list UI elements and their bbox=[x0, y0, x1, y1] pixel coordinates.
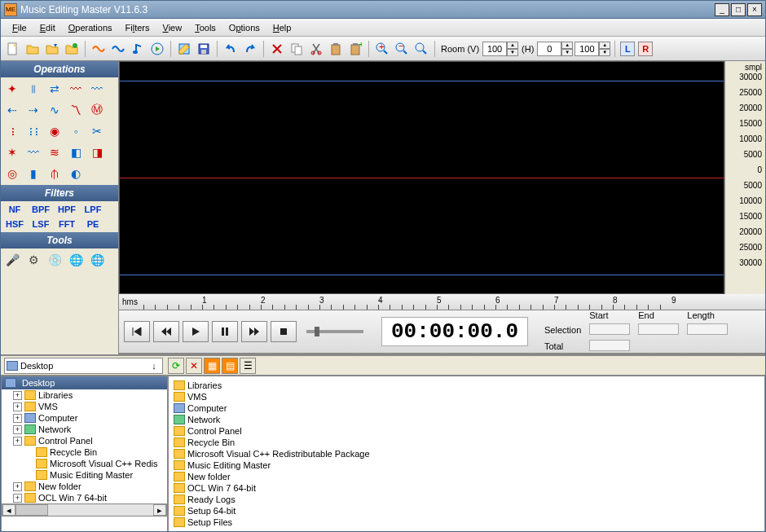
menu-options[interactable]: Options bbox=[222, 21, 266, 34]
op-icon-11[interactable]: ⫶ bbox=[4, 123, 20, 139]
filter-fft[interactable]: FFT bbox=[56, 219, 77, 229]
expand-icon[interactable]: + bbox=[13, 437, 22, 446]
tree-item[interactable]: +Control Panel bbox=[13, 435, 167, 446]
copy-button[interactable] bbox=[288, 40, 306, 58]
menu-view[interactable]: View bbox=[156, 21, 189, 34]
zoom-out-button[interactable]: − bbox=[393, 40, 411, 58]
filter-lsf[interactable]: LSF bbox=[30, 219, 51, 229]
op-icon-8[interactable]: ∿ bbox=[46, 102, 63, 118]
delete-file-button[interactable]: ✕ bbox=[186, 358, 202, 374]
room-v-input[interactable] bbox=[482, 42, 507, 56]
play-circle-button[interactable] bbox=[148, 40, 166, 58]
tree-item[interactable]: +New folder bbox=[13, 481, 167, 492]
view-small-button[interactable]: ▤ bbox=[222, 358, 238, 374]
wave-orange-button[interactable] bbox=[90, 40, 108, 58]
op-icon-18[interactable]: ≋ bbox=[46, 144, 63, 160]
open-recent-button[interactable] bbox=[43, 40, 61, 58]
op-icon-19[interactable]: ◧ bbox=[68, 144, 84, 160]
h1-up[interactable]: ▲ bbox=[561, 42, 573, 49]
tree-item[interactable]: +Libraries bbox=[13, 389, 167, 401]
file-item[interactable]: Libraries bbox=[172, 380, 384, 391]
globe2-icon[interactable]: 🌐 bbox=[89, 252, 105, 268]
h-spinner-1[interactable]: ▲▼ bbox=[537, 42, 573, 56]
op-icon-12[interactable]: ⫶⫶ bbox=[25, 123, 42, 139]
op-icon-20[interactable]: ◨ bbox=[89, 144, 105, 160]
new-button[interactable] bbox=[4, 40, 22, 58]
forward-button[interactable] bbox=[241, 321, 267, 342]
tree-item[interactable]: Microsoft Visual C++ Redis bbox=[13, 458, 167, 469]
file-item[interactable]: OCL Win 7 64-bit bbox=[172, 482, 384, 494]
file-item[interactable]: VMS bbox=[172, 391, 384, 402]
wave-plot[interactable] bbox=[119, 61, 724, 294]
expand-icon[interactable]: + bbox=[13, 414, 22, 423]
mic-icon[interactable]: 🎤 bbox=[4, 252, 20, 268]
filter-pe[interactable]: PE bbox=[82, 219, 103, 229]
zoom-fit-button[interactable] bbox=[412, 40, 430, 58]
expand-icon[interactable]: + bbox=[13, 425, 22, 434]
op-icon-9[interactable]: 〽 bbox=[68, 102, 84, 118]
file-item[interactable]: Microsoft Visual C++ Redistributable Pac… bbox=[172, 448, 384, 459]
tree-item[interactable]: Recycle Bin bbox=[13, 446, 167, 458]
op-icon-21[interactable]: ◎ bbox=[4, 165, 20, 182]
view-list-button[interactable]: ☰ bbox=[240, 358, 256, 374]
expand-icon[interactable]: + bbox=[13, 402, 22, 411]
edit-button[interactable] bbox=[175, 40, 193, 58]
h-spinner-2[interactable]: ▲▼ bbox=[574, 42, 610, 56]
expand-icon[interactable]: + bbox=[13, 482, 22, 491]
open-button[interactable] bbox=[24, 40, 42, 58]
wave-canvas[interactable]: smpl 30000250002000015000100005000050001… bbox=[119, 61, 765, 294]
close-button[interactable]: × bbox=[747, 3, 762, 16]
paste-button[interactable] bbox=[327, 40, 345, 58]
scroll-right-button[interactable]: ▸ bbox=[153, 504, 166, 516]
undo-button[interactable] bbox=[222, 40, 240, 58]
file-item[interactable]: Network bbox=[172, 414, 384, 425]
export-button[interactable] bbox=[63, 40, 81, 58]
path-selector[interactable]: Desktop ↓ bbox=[4, 358, 163, 374]
filter-hsf[interactable]: HSF bbox=[4, 219, 25, 229]
file-item[interactable]: Control Panel bbox=[172, 425, 384, 437]
filter-bpf[interactable]: BPF bbox=[30, 204, 51, 214]
op-icon-17[interactable]: 〰 bbox=[25, 144, 42, 160]
h-input-1[interactable] bbox=[537, 42, 561, 56]
gear-icon[interactable]: ⚙ bbox=[25, 252, 42, 268]
room-v-down[interactable]: ▼ bbox=[507, 49, 518, 56]
tree-item[interactable]: Music Editing Master bbox=[13, 469, 167, 481]
tree-item[interactable]: +Network bbox=[13, 424, 167, 435]
op-icon-22[interactable]: ▮ bbox=[25, 165, 42, 182]
tree-root[interactable]: Desktop bbox=[2, 376, 167, 389]
redo-button[interactable] bbox=[241, 40, 259, 58]
file-item[interactable]: Recycle Bin bbox=[172, 437, 384, 448]
op-icon-23[interactable]: ⫛ bbox=[46, 165, 63, 182]
h2-up[interactable]: ▲ bbox=[599, 42, 610, 49]
op-icon-10[interactable]: Ⓜ bbox=[89, 102, 105, 118]
globe1-icon[interactable]: 🌐 bbox=[68, 252, 84, 268]
left-channel-button[interactable]: L bbox=[620, 42, 635, 56]
op-icon-2[interactable]: ⫴ bbox=[25, 81, 42, 97]
file-item[interactable]: New folder bbox=[172, 471, 384, 482]
note-button[interactable] bbox=[129, 40, 147, 58]
cut-button[interactable] bbox=[307, 40, 325, 58]
zoom-in-button[interactable]: + bbox=[373, 40, 391, 58]
op-icon-6[interactable]: ⇠ bbox=[4, 102, 20, 118]
menu-help[interactable]: Help bbox=[266, 21, 298, 34]
op-icon-14[interactable]: ◦ bbox=[68, 123, 84, 139]
paste-new-button[interactable]: + bbox=[346, 40, 364, 58]
op-icon-1[interactable]: ✦ bbox=[4, 81, 20, 97]
file-item[interactable]: Setup Files bbox=[172, 517, 384, 528]
menu-edit[interactable]: Edit bbox=[33, 21, 62, 34]
expand-icon[interactable]: + bbox=[13, 391, 22, 400]
view-large-button[interactable]: ▦ bbox=[204, 358, 220, 374]
tree-item[interactable]: +VMS bbox=[13, 401, 167, 412]
skip-start-button[interactable] bbox=[124, 321, 150, 342]
h1-down[interactable]: ▼ bbox=[561, 49, 573, 56]
file-list[interactable]: LibrariesVMSComputerNetworkControl Panel… bbox=[168, 376, 765, 532]
filter-nf[interactable]: NF bbox=[4, 204, 25, 214]
scroll-left-button[interactable]: ◂ bbox=[2, 504, 15, 516]
menu-file[interactable]: File bbox=[6, 21, 33, 34]
right-channel-button[interactable]: R bbox=[638, 42, 653, 56]
rewind-button[interactable] bbox=[153, 321, 179, 342]
op-icon-15[interactable]: ✂ bbox=[89, 123, 105, 139]
op-icon-13[interactable]: ◉ bbox=[46, 123, 63, 139]
op-icon-24[interactable]: ◐ bbox=[68, 165, 84, 182]
file-item[interactable]: Music Editing Master bbox=[172, 459, 384, 471]
